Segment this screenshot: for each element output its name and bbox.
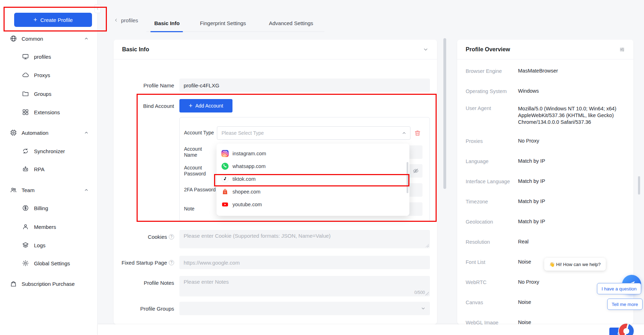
shopee-icon: S <box>222 188 229 195</box>
team-icon <box>10 186 17 194</box>
dropdown-option-instagram[interactable]: instagram.com <box>217 147 409 160</box>
chat-greeting-bubble[interactable]: 👋 Hi! How can we help? <box>544 258 606 271</box>
basic-info-card-header: Basic Info <box>114 40 437 59</box>
overview-row: ResolutionReal <box>466 232 627 252</box>
robot-icon <box>22 166 29 173</box>
twofa-password-label: 2FA Password <box>184 183 216 197</box>
fixed-startup-page-label: Fixed Startup Page <box>114 256 174 269</box>
sidebar-item-global-settings[interactable]: Global Settings <box>0 255 97 271</box>
sidebar-item-label: Proxys <box>34 72 50 78</box>
folder-icon <box>22 90 29 97</box>
chevron-up-icon <box>84 130 89 135</box>
dropdown-option-tiktok[interactable]: tiktok.com <box>217 173 409 185</box>
account-type-dropdown: instagram.com whatsapp.com tiktok.com S … <box>217 144 409 216</box>
back-label: profiles <box>121 17 138 23</box>
sidebar-item-label: Billing <box>34 205 48 211</box>
overview-row: WebGL ImageNoise <box>466 312 627 324</box>
sidebar-item-billing[interactable]: Billing <box>0 200 97 216</box>
sidebar-item-synchronizer[interactable]: Synchronizer <box>0 143 97 159</box>
sidebar-group-team[interactable]: Team <box>0 182 97 198</box>
bind-account-label: Bind Account <box>114 99 174 112</box>
chip-icon <box>10 129 17 136</box>
sidebar-group-label: Team <box>22 187 35 193</box>
page-scrollbar-thumb[interactable] <box>638 176 640 195</box>
account-type-select[interactable]: Please Select Type <box>217 126 410 140</box>
filter-icon[interactable] <box>619 47 625 52</box>
sync-icon <box>22 148 29 155</box>
resize-handle[interactable] <box>425 244 429 247</box>
delete-account-trash-icon[interactable] <box>414 129 421 137</box>
sidebar-item-groups[interactable]: Groups <box>0 86 97 102</box>
sidebar-item-logs[interactable]: Logs <box>0 237 97 253</box>
youtube-icon <box>222 201 229 208</box>
tiktok-icon <box>222 175 229 183</box>
sidebar-group-label: Common <box>22 36 43 42</box>
profile-groups-select[interactable] <box>179 302 430 315</box>
sidebar-item-extensions[interactable]: Extensions <box>0 104 97 120</box>
dropdown-option-shopee[interactable]: S shopee.com <box>217 185 409 198</box>
chevron-left-icon <box>96 7 99 11</box>
card-title: Profile Overview <box>466 46 510 53</box>
sidebar-item-members[interactable]: Members <box>0 219 97 235</box>
sidebar-item-profiles[interactable]: profiles <box>0 49 97 64</box>
account-password-label: Account Password <box>184 164 216 178</box>
eye-off-icon[interactable] <box>413 168 419 174</box>
sidebar-item-rpa[interactable]: RPA <box>0 161 97 177</box>
tab-fingerprint-settings[interactable]: Fingerprint Settings <box>200 14 246 32</box>
cookies-textarea[interactable] <box>179 230 430 248</box>
sidebar-item-subscription-purchase[interactable]: Subscription Purchase <box>0 276 97 291</box>
plus-icon <box>33 17 37 23</box>
chevron-left-icon <box>114 18 118 22</box>
overview-row: GeolocationMatch by IP <box>466 212 627 232</box>
profile-notes-textarea[interactable] <box>179 276 430 296</box>
main-scrollbar-thumb[interactable] <box>443 38 446 189</box>
tab-advanced-settings[interactable]: Advanced Settings <box>269 14 313 32</box>
sidebar-group-common[interactable]: Common <box>0 31 97 46</box>
profile-overview-card: Profile Overview Browser EngineMasMateBr… <box>457 40 633 324</box>
sidebar-group-automation[interactable]: Automation <box>0 125 97 140</box>
sidebar-item-label: Groups <box>34 91 51 97</box>
instagram-icon <box>222 150 229 157</box>
chevron-up-icon <box>402 131 407 135</box>
chevron-down-icon <box>421 306 426 311</box>
tab-basic-info[interactable]: Basic Info <box>154 14 180 32</box>
card-title: Basic Info <box>122 46 149 53</box>
tab-bar: Basic Info Fingerprint Settings Advanced… <box>146 14 324 32</box>
chevron-up-icon <box>84 36 89 41</box>
add-account-button[interactable]: Add Account <box>179 99 232 112</box>
sidebar-item-label: Members <box>34 224 56 230</box>
chat-question-button[interactable]: I have a question <box>597 283 641 294</box>
dropdown-option-youtube[interactable]: youtube.com <box>217 198 409 211</box>
profile-notes-label: Profile Notes <box>114 276 174 289</box>
layers-icon <box>22 242 29 249</box>
sidebar-item-label: Logs <box>34 242 46 248</box>
fixed-startup-page-input[interactable] <box>179 256 430 269</box>
info-icon[interactable] <box>169 260 174 265</box>
resize-handle[interactable] <box>425 292 429 295</box>
account-type-label: Account Type <box>184 126 216 140</box>
create-profile-label: Create Profile <box>40 17 73 23</box>
info-icon[interactable] <box>169 234 174 239</box>
profile-name-input[interactable] <box>179 79 430 92</box>
active-tab-indicator <box>150 31 183 32</box>
overview-row: Browser EngineMasMateBrowser <box>466 61 627 81</box>
basic-info-card: Basic Info Profile Name Bind Account Add… <box>114 40 437 324</box>
sidebar-item-proxys[interactable]: Proxys <box>0 67 97 83</box>
sidebar-item-label: RPA <box>34 166 45 172</box>
create-profile-button[interactable]: Create Profile <box>14 13 92 27</box>
dropdown-option-whatsapp[interactable]: whatsapp.com <box>217 160 409 173</box>
globe-icon <box>10 35 17 42</box>
whatsapp-icon <box>222 163 229 170</box>
profile-overview-header: Profile Overview <box>457 40 633 59</box>
person-icon <box>22 223 29 230</box>
overview-row: ProxiesNo Proxy <box>466 131 627 151</box>
sidebar-collapse-button[interactable] <box>94 4 101 13</box>
overview-row: TimezoneMatch by IP <box>466 191 627 212</box>
chat-tell-me-more-button[interactable]: Tell me more <box>607 299 643 310</box>
chevron-up-icon <box>84 187 89 192</box>
collapse-chevron-down-icon[interactable] <box>423 47 429 52</box>
dropdown-scrollbar[interactable] <box>407 162 408 193</box>
sidebar-item-label: Subscription Purchase <box>22 281 75 287</box>
cookies-label: Cookies <box>114 230 174 243</box>
breadcrumb-back-profiles[interactable]: profiles <box>114 15 138 25</box>
